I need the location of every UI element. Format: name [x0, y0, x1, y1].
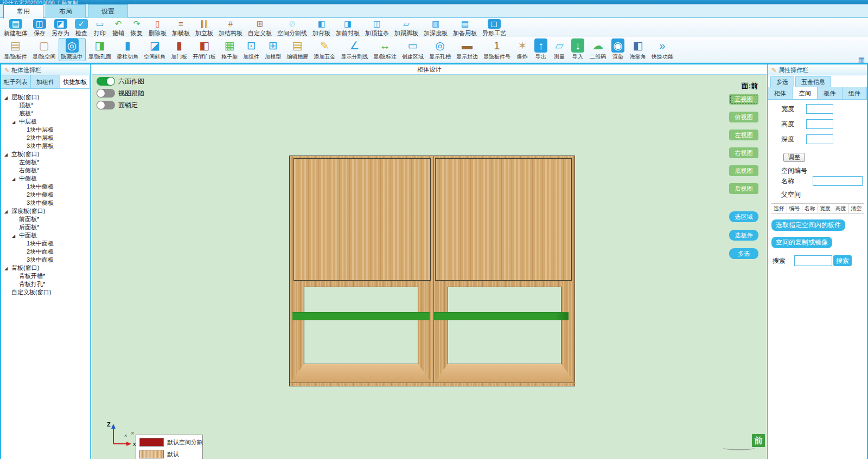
tree-item[interactable]: 3块中侧板 — [1, 199, 90, 207]
space-name-input[interactable] — [813, 176, 863, 186]
tree-item[interactable]: 1块中层板 — [1, 126, 90, 134]
six-face-drawing-toggle[interactable] — [97, 77, 115, 86]
tab-add-component[interactable]: 加组件 — [31, 75, 61, 88]
tab-space[interactable]: 空间 — [793, 87, 818, 99]
top-view-button[interactable]: 俯视图 — [729, 112, 758, 122]
table-column-header[interactable]: 名称 — [802, 204, 818, 213]
add-door-board-button[interactable]: ▮ 加门板 — [168, 38, 190, 61]
tab-settings[interactable]: 设置 — [88, 4, 128, 18]
edit-drawer-button[interactable]: ▤ 编辑抽屉 — [284, 38, 311, 61]
tree-expand-icon[interactable]: ◢ — [4, 264, 11, 273]
left-view-button[interactable]: 左视图 — [729, 130, 758, 140]
grid-rack-button[interactable]: ▦ 格子架 — [219, 38, 240, 61]
tree-item[interactable]: 背板开槽* — [1, 272, 90, 280]
special-shape-craft-button[interactable]: ◻ 异形工艺 — [480, 18, 509, 38]
show-edge-banding-button[interactable]: ▬ 显示封边 — [454, 38, 481, 61]
space-bevel-button[interactable]: ◪ 空间斜角 — [141, 38, 168, 61]
cabinet-opening-right[interactable] — [448, 287, 561, 364]
tree-expand-icon[interactable]: ◢ — [4, 208, 11, 216]
show-hide-hole-face-button[interactable]: ◨ 显/隐孔面 — [86, 38, 114, 61]
hide-selected-button[interactable]: ◎ 隐藏选中 — [59, 38, 86, 61]
select-region-button[interactable]: 选区域 — [729, 211, 758, 222]
tree-item[interactable]: ◢深度板(窗口) — [1, 207, 90, 215]
undo-button[interactable]: ↶ 撤销 — [109, 18, 127, 38]
export-button[interactable]: ↑ 导出 — [532, 38, 550, 61]
table-column-header[interactable]: 宽度 — [818, 204, 834, 213]
cabinet-drawing[interactable] — [289, 156, 575, 386]
haitang-corner-button[interactable]: ◧ 海棠角 — [627, 38, 649, 61]
tree-item[interactable]: ◢中层板 — [1, 118, 90, 126]
space-divider-button[interactable]: ⊘ 空间分割线 — [275, 18, 310, 38]
cabinet-door-right[interactable] — [435, 158, 572, 281]
qr-code-button[interactable]: ☁ 二维码 — [587, 38, 609, 61]
redo-button[interactable]: ↷ 恢复 — [127, 18, 146, 38]
tree-item[interactable]: ◢立板(窗口) — [1, 150, 90, 158]
tab-cabinet-list[interactable]: 柜子列表 — [1, 75, 31, 88]
bottom-view-button[interactable]: 底视图 — [729, 165, 758, 176]
adjust-button[interactable]: 调整 — [783, 153, 805, 162]
tree-item[interactable]: ◢中面板 — [1, 231, 90, 240]
green-shelf-left[interactable] — [292, 312, 430, 320]
tab-layout[interactable]: 布局 — [46, 4, 86, 18]
tree-item[interactable]: 2块中面板 — [1, 248, 90, 256]
tree-item[interactable]: ◢层板(窗口) — [1, 93, 90, 101]
open-close-door-button[interactable]: ◧ 开/闭门板 — [190, 38, 219, 61]
show-hide-boards-button[interactable]: ▤ 显/隐板件 — [1, 38, 30, 61]
tree-expand-icon[interactable]: ◢ — [12, 118, 19, 126]
add-top-stretcher-button[interactable]: ◫ 加顶拉条 — [362, 18, 392, 38]
cabinet-lower-left[interactable] — [290, 282, 432, 384]
tree-item[interactable]: 2块中侧板 — [1, 191, 90, 199]
check-button[interactable]: ✓ 检查 — [72, 18, 91, 38]
cabinet-lower-right[interactable] — [433, 282, 576, 384]
new-cabinet-button[interactable]: ▤ 新建柜体 — [1, 18, 30, 38]
save-button[interactable]: ◫ 保存 — [30, 18, 49, 38]
search-input[interactable] — [794, 255, 832, 266]
cabinet-opening-left[interactable] — [304, 287, 418, 364]
add-front-seal-board-button[interactable]: ◨ 加前封板 — [333, 18, 362, 38]
face-gizmo-front-button[interactable]: 前 — [751, 433, 766, 448]
tab-common[interactable]: 常用 — [3, 4, 43, 18]
legend-close-icon[interactable]: × — [131, 430, 134, 436]
add-back-board-button[interactable]: ◧ 加背板 — [310, 18, 333, 38]
tree-expand-icon[interactable]: ◢ — [4, 94, 11, 102]
show-hide-space-button[interactable]: ▢ 显/隐空间 — [30, 38, 59, 61]
depth-input[interactable] — [806, 134, 833, 144]
print-button[interactable]: ▭ 打印 — [91, 18, 109, 38]
quick-functions-button[interactable]: » 快捷功能 — [649, 38, 676, 61]
search-button[interactable]: 搜索 — [833, 255, 852, 266]
back-view-button[interactable]: 后视图 — [729, 183, 758, 194]
custom-board-button[interactable]: ⊞ 自定义板 — [245, 18, 275, 38]
render-button[interactable]: ◉ 渲染 — [609, 38, 627, 61]
tree-item[interactable]: 右侧板* — [1, 166, 90, 174]
tree-item[interactable]: 左侧板* — [1, 158, 90, 166]
tree-item[interactable]: 顶板* — [1, 101, 90, 109]
add-depth-board-button[interactable]: ▥ 加深度板 — [421, 18, 450, 38]
tree-item[interactable]: 3块中面板 — [1, 256, 90, 264]
height-input[interactable] — [806, 119, 833, 129]
tree-expand-icon[interactable]: ◢ — [4, 151, 11, 159]
tree-item[interactable]: 背板打孔* — [1, 280, 90, 288]
multi-select-button[interactable]: 多选 — [729, 248, 758, 259]
tree-item[interactable]: 2块中层板 — [1, 134, 90, 142]
copy-or-mirror-space-button[interactable]: 空间的复制或镜像 — [771, 237, 832, 248]
tree-item[interactable]: 3块中层板 — [1, 142, 90, 150]
show-holes-slots-button[interactable]: ◎ 显示孔槽 — [426, 38, 454, 61]
tab-cabinet[interactable]: 柜体 — [768, 87, 793, 99]
add-component-button[interactable]: ⊡ 加组件 — [240, 38, 262, 61]
create-region-button[interactable]: ▭ 创建区域 — [399, 38, 426, 61]
tab-hardware-info[interactable]: 五金信息 — [795, 76, 831, 87]
green-shelf-right[interactable] — [434, 312, 569, 320]
cabinet-unit-left[interactable] — [290, 156, 432, 386]
tab-component[interactable]: 组件 — [843, 87, 867, 99]
add-model-button[interactable]: ⊞ 加模型 — [262, 38, 284, 61]
tree-item[interactable]: 自定义板(窗口) — [1, 288, 90, 296]
add-hardware-button[interactable]: ✎ 添加五金 — [311, 38, 338, 61]
tree-item[interactable]: 后面板* — [1, 223, 90, 231]
tree-expand-icon[interactable]: ◢ — [12, 175, 19, 183]
show-hide-dimensions-button[interactable]: ↔ 显/隐标注 — [371, 38, 399, 61]
tree-item[interactable]: 前面板* — [1, 215, 90, 223]
table-column-header[interactable]: 清空 — [849, 204, 864, 213]
table-column-header[interactable]: 编号 — [787, 204, 803, 213]
width-input[interactable] — [806, 104, 833, 114]
select-boards-in-space-button[interactable]: 选取指定空间内的板件 — [771, 219, 845, 231]
